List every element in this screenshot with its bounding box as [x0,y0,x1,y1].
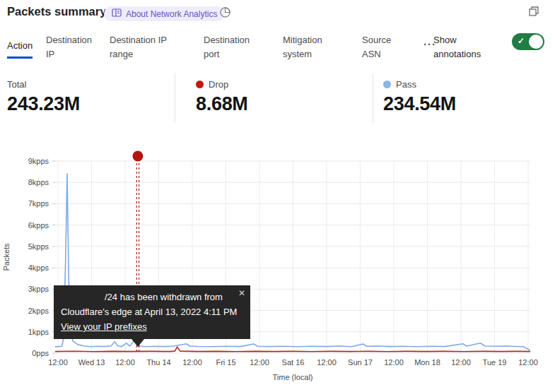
y-tick-label: 6kpps [28,221,49,230]
x-tick-label: 12:00 [384,358,404,367]
tooltip-line1: /24 has been withdrawn from [61,290,232,304]
x-tick-label: 12:00 [115,358,135,367]
tab-destination-port[interactable]: Destination port [204,33,256,61]
tab-destination-ip[interactable]: Destination IP [46,33,98,61]
check-icon: ✓ [518,36,525,46]
stats-divider [175,73,175,123]
tab-mitigation-system[interactable]: Mitigation system [283,33,332,61]
y-tick-label: 3kpps [28,285,49,293]
stat-pass-label: Pass [396,79,416,90]
stat-pass-value: 234.54M [383,93,456,115]
x-tick-label: Mon 18 [414,358,440,367]
annotation-marker[interactable] [132,151,143,162]
packets-summary-card: Packets summary About Network Analytics … [0,0,555,392]
pass-dot [383,81,391,88]
stat-drop-value: 8.68M [196,93,248,115]
x-axis-title: Time (local) [272,373,312,381]
x-tick-label: 12:00 [317,358,337,367]
y-axis-title: Packets [2,243,11,271]
show-annotations-toggle[interactable]: ✓ [512,33,544,50]
packets-time-series-chart[interactable]: 12:00Wed 1312:00Thu 1412:00Fri 1512:00Sa… [0,145,555,388]
view-ip-prefixes-link[interactable]: View your IP prefixes [61,321,147,332]
x-tick-label: 12:00 [250,358,269,367]
close-icon[interactable]: ✕ [238,288,245,298]
breakdown-tabs: Action Destination IP Destination IP ran… [0,32,555,67]
y-tick-label: 2kpps [28,307,49,315]
stat-total-value: 243.23M [7,93,80,115]
pie-clock-icon[interactable] [219,6,231,18]
x-tick-label: Wed 13 [78,358,105,367]
stat-total-label: Total [7,79,26,90]
toggle-knob [529,35,543,49]
y-tick-label: 0pps [32,349,49,357]
y-tick-label: 5kpps [28,242,49,251]
x-tick-label: Fri 15 [216,358,235,367]
page-title: Packets summary [7,5,106,18]
tab-source-asn[interactable]: Source ASN [362,33,397,61]
stats-row: Total 243.23M Drop 8.68M Pass 234.54M [0,73,555,126]
x-tick-label: 12:00 [182,358,202,367]
stat-pass: Pass 234.54M [383,79,456,115]
x-tick-label: 12:00 [518,358,538,367]
stat-drop-label: Drop [209,79,228,90]
x-tick-label: Tue 19 [483,358,507,367]
x-tick-label: Sun 17 [348,358,373,367]
show-annotations-label: Show annotations [433,33,493,61]
drop-dot [196,81,204,88]
y-tick-label: 8kpps [28,178,49,186]
stats-divider [373,73,373,123]
x-tick-label: Sat 16 [282,358,305,367]
tooltip-line2: Cloudflare's edge at April 13, 2022 4:11… [61,304,232,319]
tooltip-pointer [132,339,144,347]
y-tick-label: 9kpps [28,157,49,165]
badge-label: About Network Analytics [126,9,217,19]
tab-action[interactable]: Action [7,39,33,59]
x-tick-label: Thu 14 [146,358,170,367]
y-tick-label: 7kpps [28,199,49,208]
stat-drop: Drop 8.68M [196,79,248,115]
about-network-analytics-badge[interactable]: About Network Analytics [104,6,225,21]
tab-destination-ip-range[interactable]: Destination IP range [110,33,175,61]
x-tick-label: 12:00 [48,358,68,367]
book-icon [112,8,122,19]
y-tick-label: 1kpps [28,328,49,336]
x-tick-label: 12:00 [451,358,471,367]
window-restore-icon[interactable] [528,6,539,17]
annotation-tooltip: ✕ /24 has been withdrawn from Cloudflare… [54,285,250,339]
y-tick-label: 4kpps [28,263,49,272]
stat-total: Total 243.23M [7,79,80,115]
